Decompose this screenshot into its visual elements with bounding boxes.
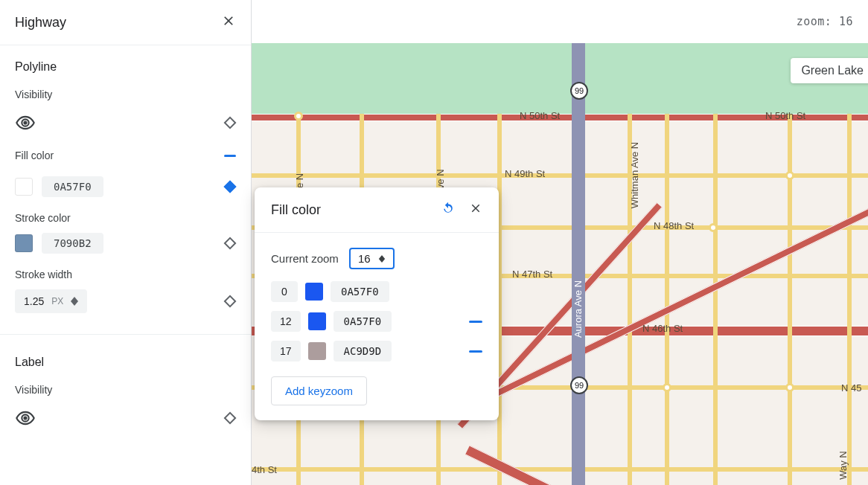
keyzoom-swatch[interactable] <box>305 283 323 301</box>
stroke-width-indicator[interactable] <box>224 295 236 307</box>
keyzoom-hex[interactable]: 0A57F0 <box>331 281 389 302</box>
close-icon[interactable] <box>221 13 236 31</box>
street-label: Aurora Ave N <box>572 280 584 338</box>
road <box>252 467 868 472</box>
road <box>252 173 868 178</box>
map-topbar: zoom: 16 <box>252 0 868 43</box>
visibility-indicator[interactable] <box>224 117 236 129</box>
popover-header: Fill color <box>255 187 499 233</box>
intersection-dot <box>785 171 794 180</box>
section-heading: Label <box>15 356 236 369</box>
remove-keyzoom-icon[interactable] <box>469 321 482 323</box>
current-zoom-input[interactable]: 16 <box>349 248 395 269</box>
route-shield: 99 <box>570 82 588 100</box>
stroke-color-row: 7090B2 <box>15 233 236 254</box>
street-label: N 50th St <box>520 110 560 121</box>
keyzoom-level[interactable]: 0 <box>271 281 298 302</box>
stroke-width-unit: PX <box>51 296 63 306</box>
keyzoom-level[interactable]: 17 <box>271 341 301 362</box>
street-label: Whitman Ave N <box>629 142 640 208</box>
road <box>665 114 669 485</box>
eye-icon[interactable] <box>15 112 36 133</box>
zoom-display: zoom: 16 <box>797 15 853 28</box>
keyzoom-row: 0 0A57F0 <box>271 281 482 302</box>
visibility-indicator[interactable] <box>224 412 236 424</box>
keyzoom-row: 17 AC9D9D <box>271 341 482 362</box>
keyzoom-row: 12 0A57F0 <box>271 311 482 332</box>
intersection-dot <box>785 383 794 392</box>
reset-icon[interactable] <box>441 201 456 219</box>
stroke-width-label: Stroke width <box>15 269 236 280</box>
intersection-dot <box>294 112 303 121</box>
street-label: Way N <box>837 451 849 480</box>
fill-color-hex[interactable]: 0A57F0 <box>42 176 103 197</box>
street-label: N 50th St <box>765 110 805 121</box>
keyzoom-hex[interactable]: AC9D9D <box>334 341 392 362</box>
stroke-width-input[interactable]: 1.25 PX <box>15 289 87 313</box>
sidebar-title: Highway <box>15 15 66 30</box>
current-zoom-value: 16 <box>358 252 371 265</box>
intersection-dot <box>663 383 671 392</box>
fill-color-popover: Fill color Current zoom 16 0 0A57F0 <box>255 187 499 420</box>
section-heading: Polyline <box>15 60 236 74</box>
road <box>713 114 718 485</box>
fill-color-keyzoom-indicator[interactable] <box>224 181 236 193</box>
road <box>847 114 852 485</box>
marker-label: Green Lake <box>791 58 868 83</box>
street-label: N 45 <box>841 382 861 394</box>
remove-keyzoom-icon[interactable] <box>469 350 482 353</box>
add-keyzoom-button[interactable]: Add keyzoom <box>271 376 367 405</box>
polyline-section: Polyline Visibility Fill color 0A57F0 St… <box>0 45 251 328</box>
park-area <box>252 43 868 118</box>
eye-icon[interactable] <box>15 408 36 428</box>
popover-body: Current zoom 16 0 0A57F0 12 0A57F0 17 AC… <box>255 233 499 420</box>
road <box>788 114 792 485</box>
keyzoom-swatch[interactable] <box>308 342 326 360</box>
street-label: N 47th St <box>512 269 552 280</box>
stroke-color-hex[interactable]: 7090B2 <box>42 233 103 254</box>
street-label: N 48th St <box>654 220 694 231</box>
sidebar-header: Highway <box>0 0 251 45</box>
label-section: Label Visibility <box>0 341 251 452</box>
visibility-label: Visibility <box>15 384 236 396</box>
keyzoom-hex[interactable]: 0A57F0 <box>334 311 392 332</box>
svg-point-0 <box>23 121 27 124</box>
keyzoom-level[interactable]: 12 <box>271 311 301 332</box>
visibility-label: Visibility <box>15 89 236 100</box>
street-label: N 46th St <box>642 323 683 334</box>
stroke-color-indicator[interactable] <box>224 237 236 249</box>
popover-title: Fill color <box>271 202 321 218</box>
stepper-icon[interactable] <box>378 255 386 263</box>
fill-color-swatch[interactable] <box>15 178 33 196</box>
street-label: 4th St <box>252 464 277 475</box>
stroke-width-value: 1.25 <box>24 295 44 307</box>
fill-color-indicator[interactable] <box>224 150 236 161</box>
svg-point-1 <box>23 416 27 420</box>
stroke-color-label: Stroke color <box>15 212 236 224</box>
divider <box>0 334 251 335</box>
fill-color-row: 0A57F0 <box>15 176 236 197</box>
close-icon[interactable] <box>469 202 482 218</box>
current-zoom-label: Current zoom <box>271 252 339 265</box>
stepper-icon[interactable] <box>71 297 78 306</box>
route-shield: 99 <box>570 376 588 394</box>
fill-color-label: Fill color <box>15 150 54 161</box>
keyzoom-swatch[interactable] <box>308 312 326 330</box>
street-label: N 49th St <box>505 168 545 179</box>
road <box>459 160 868 414</box>
stroke-color-swatch[interactable] <box>15 234 33 252</box>
highway <box>572 43 585 485</box>
intersection-dot <box>709 223 718 232</box>
sidebar: Highway Polyline Visibility Fill color 0… <box>0 0 252 485</box>
